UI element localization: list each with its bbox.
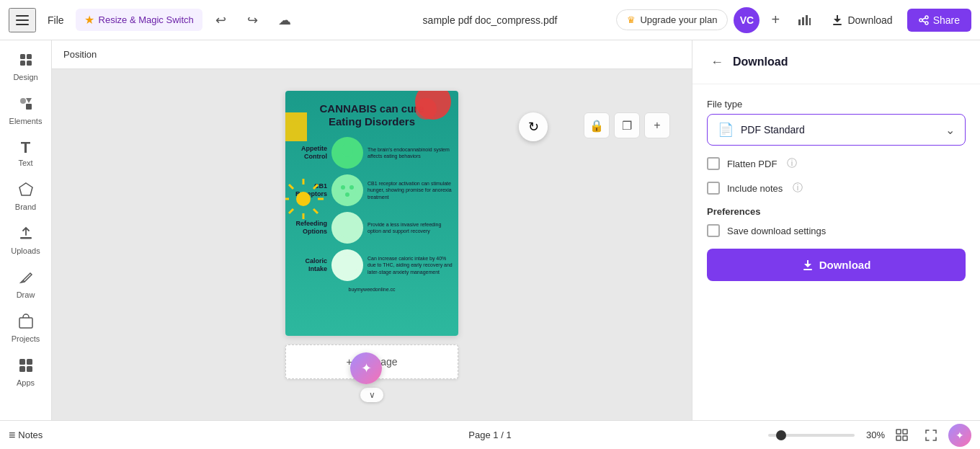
infographic: CANNABIS can cure Eating Disorders Appet… bbox=[285, 91, 458, 336]
magic-switch-button[interactable]: ★ Resize & Magic Switch bbox=[76, 9, 202, 31]
svg-rect-13 bbox=[26, 104, 32, 110]
bottom-bar: ≡ Notes Page 1 / 1 30% ✦ bbox=[0, 420, 980, 449]
design-icon bbox=[18, 52, 34, 70]
download-header-label: Download bbox=[847, 14, 892, 26]
sidebar-item-design[interactable]: Design bbox=[3, 46, 49, 87]
bottom-right: 30% ✦ bbox=[768, 424, 971, 447]
notes-button[interactable]: ≡ Notes bbox=[9, 429, 43, 442]
file-type-select[interactable]: 📄 PDF Standard ⌄ bbox=[707, 114, 966, 146]
save-settings-row[interactable]: Save download settings bbox=[707, 224, 966, 237]
canvas-area: Position 🔒 ❐ + ↻ bbox=[52, 40, 692, 420]
preferences-title: Preferences bbox=[707, 206, 966, 217]
lock-button[interactable]: 🔒 bbox=[584, 112, 610, 138]
row-text-3: Can increase caloric intake by 40% due t… bbox=[368, 255, 453, 275]
circle-3 bbox=[331, 249, 363, 281]
document-title: sample pdf doc_compress.pdf bbox=[423, 14, 558, 26]
share-button[interactable]: Share bbox=[907, 9, 971, 32]
flatten-info-icon[interactable]: ⓘ bbox=[787, 157, 797, 170]
sidebar-item-projects[interactable]: Projects bbox=[3, 308, 49, 349]
cloud-save-button[interactable]: ☁ bbox=[272, 7, 298, 33]
svg-rect-4 bbox=[833, 24, 842, 25]
svg-rect-20 bbox=[19, 366, 25, 372]
svg-line-24 bbox=[313, 185, 318, 189]
sidebar-item-label: Brand bbox=[15, 203, 36, 211]
svg-rect-40 bbox=[903, 430, 907, 434]
panel-title: Download bbox=[733, 55, 788, 68]
grid-view-button[interactable] bbox=[891, 424, 914, 447]
upgrade-button[interactable]: ♛ Upgrade your plan bbox=[616, 9, 728, 30]
svg-rect-38 bbox=[803, 269, 812, 270]
page-info: Page 1 / 1 bbox=[468, 430, 511, 440]
menu-button[interactable] bbox=[9, 8, 36, 32]
sidebar-item-text[interactable]: T Text bbox=[3, 134, 49, 173]
redo-button[interactable]: ↪ bbox=[240, 7, 266, 33]
svg-rect-39 bbox=[896, 430, 901, 434]
svg-point-35 bbox=[345, 192, 349, 197]
avatar[interactable]: VC bbox=[734, 7, 760, 33]
save-settings-label: Save download settings bbox=[727, 226, 826, 236]
uploads-icon bbox=[18, 226, 34, 244]
page-navigator[interactable]: ∨ bbox=[360, 388, 383, 402]
file-menu[interactable]: File bbox=[42, 10, 70, 30]
svg-marker-15 bbox=[19, 183, 32, 195]
ai-bottom-icon: ✦ bbox=[956, 430, 964, 441]
panel-header: ← Download bbox=[692, 40, 980, 84]
download-action-button[interactable]: Download bbox=[707, 249, 966, 281]
sidebar-item-apps[interactable]: Apps bbox=[3, 352, 49, 393]
file-type-label: File type bbox=[707, 99, 966, 110]
ai-assistant-fab[interactable]: ✦ bbox=[350, 352, 382, 384]
info-row-0: AppetiteControl The brain's endocannabin… bbox=[285, 134, 458, 172]
add-page-top-button[interactable]: + bbox=[644, 112, 670, 138]
svg-point-37 bbox=[337, 255, 357, 275]
toolbar: File ★ Resize & Magic Switch ↩ ↪ ☁ sampl… bbox=[0, 0, 980, 40]
position-bar: Position bbox=[52, 40, 692, 69]
sidebar-item-label: Elements bbox=[9, 117, 43, 125]
panel-back-button[interactable]: ← bbox=[707, 52, 727, 72]
text-icon: T bbox=[21, 140, 30, 156]
download-header-button[interactable]: Download bbox=[823, 10, 901, 30]
flatten-pdf-row[interactable]: Flatten PDF ⓘ bbox=[707, 157, 966, 170]
svg-rect-2 bbox=[806, 15, 808, 25]
sidebar-item-draw[interactable]: Draw bbox=[3, 264, 49, 305]
ai-icon: ✦ bbox=[361, 360, 372, 376]
ai-assistant-bottom[interactable]: ✦ bbox=[948, 424, 971, 447]
draw-icon bbox=[18, 270, 34, 288]
download-panel: ← Download File type 📄 PDF Standard ⌄ Fl… bbox=[692, 40, 980, 420]
refresh-button[interactable]: ↻ bbox=[519, 112, 548, 141]
svg-line-28 bbox=[289, 209, 293, 213]
svg-rect-16 bbox=[20, 237, 32, 239]
row-text-0: The brain's endocannabinoid system affec… bbox=[368, 146, 453, 159]
analytics-button[interactable] bbox=[791, 7, 817, 33]
sidebar-item-label: Uploads bbox=[11, 246, 40, 255]
star-icon: ★ bbox=[84, 13, 94, 27]
save-settings-checkbox[interactable] bbox=[707, 224, 720, 237]
flatten-pdf-label: Flatten PDF bbox=[727, 159, 777, 169]
include-notes-row[interactable]: Include notes ⓘ bbox=[707, 182, 966, 195]
svg-point-33 bbox=[341, 185, 345, 190]
svg-point-6 bbox=[919, 19, 922, 22]
flatten-pdf-checkbox[interactable] bbox=[707, 157, 720, 170]
sidebar-item-uploads[interactable]: Uploads bbox=[3, 220, 49, 261]
include-notes-checkbox[interactable] bbox=[707, 182, 720, 195]
fullscreen-button[interactable] bbox=[919, 424, 943, 447]
undo-button[interactable]: ↩ bbox=[208, 7, 234, 33]
svg-point-22 bbox=[296, 192, 311, 206]
svg-rect-3 bbox=[809, 18, 811, 25]
svg-point-5 bbox=[925, 16, 928, 19]
main-area: Design Elements T Text Brand Uploads bbox=[0, 40, 980, 420]
file-type-section: File type 📄 PDF Standard ⌄ bbox=[707, 99, 966, 146]
svg-point-12 bbox=[20, 98, 26, 104]
download-action-label: Download bbox=[819, 259, 871, 271]
sidebar-item-brand[interactable]: Brand bbox=[3, 176, 49, 217]
notes-info-icon[interactable]: ⓘ bbox=[793, 182, 803, 195]
duplicate-button[interactable]: ❐ bbox=[614, 112, 640, 138]
chevron-down-icon: ⌄ bbox=[945, 123, 955, 137]
row-label-3: CaloricIntake bbox=[291, 257, 327, 273]
elements-icon bbox=[18, 96, 34, 114]
include-notes-label: Include notes bbox=[727, 183, 783, 194]
sidebar-item-elements[interactable]: Elements bbox=[3, 90, 49, 131]
sidebar-item-label: Apps bbox=[17, 378, 35, 387]
zoom-slider[interactable] bbox=[768, 434, 855, 437]
add-collaborator-button[interactable]: + bbox=[765, 10, 785, 30]
apps-icon bbox=[18, 357, 34, 375]
